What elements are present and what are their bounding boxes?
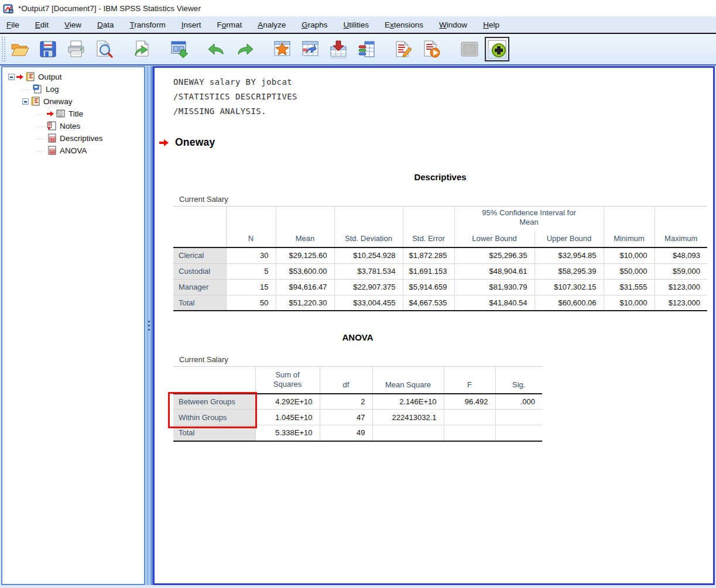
- table-cell: 222413032.1: [372, 410, 444, 425]
- redo-icon[interactable]: [232, 36, 258, 62]
- table-cell: $123,000: [655, 295, 707, 311]
- table-cell: 5.338E+10: [255, 425, 320, 441]
- current-item-arrow-icon: [16, 74, 23, 80]
- syntax-log: ONEWAY salary BY jobcat /STATISTICS DESC…: [173, 75, 713, 119]
- table-cell: $10,254.928: [334, 247, 403, 263]
- menu-transform[interactable]: Transform: [130, 18, 166, 32]
- table-cell: 96.492: [444, 394, 495, 410]
- table-cell: $29,125.60: [276, 247, 334, 263]
- col-header: Sum ofSquares: [255, 367, 320, 394]
- col-header: N: [226, 231, 276, 247]
- toolbar-grip[interactable]: [1, 36, 6, 62]
- col-header: Maximum: [655, 231, 707, 247]
- activate-last-output-icon[interactable]: [485, 37, 509, 61]
- sidebar-item-label: ANOVA: [60, 146, 87, 155]
- notes-icon: [47, 121, 57, 131]
- menu-help[interactable]: Help: [483, 18, 499, 32]
- menu-graphs[interactable]: Graphs: [302, 18, 327, 32]
- goto-case-icon[interactable]: [297, 36, 323, 62]
- menu-format[interactable]: Format: [217, 18, 242, 32]
- goto-variable-icon[interactable]: [326, 36, 351, 62]
- variables-icon[interactable]: [354, 36, 379, 62]
- sidebar-item-notes[interactable]: ····Notes: [6, 120, 144, 132]
- sidebar-item-output[interactable]: Output: [6, 71, 144, 83]
- descriptives-table-title: Descriptives: [173, 172, 707, 182]
- col-header: Std. Deviation: [334, 231, 403, 247]
- menu-file[interactable]: File: [6, 18, 19, 32]
- menu-extensions[interactable]: Extensions: [385, 18, 423, 32]
- table-cell: .000: [495, 394, 542, 410]
- svg-text:ss: ss: [9, 10, 12, 13]
- menu-data[interactable]: Data: [97, 18, 114, 32]
- sidebar-item-label: Title: [68, 109, 83, 118]
- table-cell: $5,914.659: [403, 279, 454, 295]
- save-icon[interactable]: [35, 36, 61, 62]
- col-header: Sig.: [495, 367, 542, 394]
- undo-icon[interactable]: [204, 36, 229, 62]
- table-cell: [444, 425, 495, 441]
- tree-connector: ····: [36, 111, 46, 117]
- sidebar-item-label: Descriptives: [60, 134, 103, 143]
- tree-expander-icon[interactable]: [22, 98, 29, 105]
- print-icon[interactable]: [63, 36, 89, 62]
- export-output-icon[interactable]: [166, 36, 192, 62]
- sidebar-item-title[interactable]: ····Title: [6, 108, 144, 120]
- open-folder-icon[interactable]: [7, 36, 33, 62]
- table-cell: $22,907.375: [334, 279, 403, 295]
- run-script-icon[interactable]: [419, 36, 445, 62]
- row-label: Total: [173, 425, 255, 441]
- anova-caption: Current Salary: [179, 355, 713, 364]
- app-icon: ss: [3, 3, 14, 14]
- table-row: Total50$51,220.30$33,004.455$4,667.535$4…: [173, 295, 707, 311]
- descriptives-output[interactable]: Descriptives Current Salary 95% Confiden…: [173, 172, 713, 311]
- output-pane[interactable]: ONEWAY salary BY jobcat /STATISTICS DESC…: [153, 66, 715, 585]
- edit-output-icon[interactable]: [391, 36, 417, 62]
- tree-connector: ····: [22, 87, 32, 92]
- pane-splitter[interactable]: [145, 66, 153, 585]
- table-cell: $32,954.85: [535, 247, 604, 263]
- syntax-line: ONEWAY salary BY jobcat: [173, 75, 713, 90]
- print-preview-icon[interactable]: [91, 36, 117, 62]
- table-cell: $48,093: [655, 247, 707, 263]
- table-cell: 15: [226, 279, 276, 295]
- table-cell: $50,000: [604, 263, 655, 279]
- sidebar-item-log[interactable]: ····Log: [6, 83, 144, 95]
- descriptives-table: 95% Confidence Interval forMean N Mean S…: [173, 206, 707, 311]
- goto-data-icon[interactable]: [269, 36, 295, 62]
- sidebar-item-label: Log: [46, 85, 59, 94]
- table-cell: [444, 410, 495, 425]
- title-icon: [56, 109, 66, 119]
- table-cell: $53,600.00: [276, 263, 334, 279]
- menu-view[interactable]: View: [64, 18, 81, 32]
- anova-output[interactable]: ANOVA Current Salary Sum ofSquares: [173, 332, 713, 442]
- row-label: Between Groups: [173, 394, 255, 410]
- table-cell: $33,004.455: [334, 295, 403, 311]
- sidebar-item-oneway[interactable]: Oneway: [6, 95, 144, 108]
- table-cell: $107,302.15: [535, 279, 604, 295]
- sidebar-item-label: Oneway: [43, 97, 73, 106]
- outline-pane: Output····LogOneway····Title····Notes···…: [1, 66, 145, 585]
- toolbar: [0, 34, 716, 66]
- tree-connector: ····: [36, 136, 46, 142]
- main-area: Output····LogOneway····Title····Notes···…: [0, 66, 716, 588]
- oneway-heading: Oneway: [159, 136, 713, 149]
- col-header: F: [444, 367, 495, 394]
- recall-dialogs-icon[interactable]: [129, 36, 155, 62]
- table-cell: $10,000: [604, 295, 655, 311]
- table-row: Total5.338E+1049: [173, 425, 542, 441]
- menu-utilities[interactable]: Utilities: [344, 18, 369, 32]
- log-icon: [33, 84, 43, 94]
- window-title: *Output7 [Document7] - IBM SPSS Statisti…: [18, 4, 201, 13]
- col-header: Mean Square: [372, 367, 444, 394]
- table-cell: $25,296.35: [454, 247, 535, 263]
- menu-window[interactable]: Window: [439, 18, 467, 32]
- table-icon: [47, 146, 57, 156]
- table-cell: [372, 425, 444, 441]
- table-cell: $94,616.47: [276, 279, 334, 295]
- sidebar-item-descriptives[interactable]: ····Descriptives: [6, 132, 144, 145]
- menu-edit[interactable]: Edit: [35, 18, 49, 32]
- menu-insert[interactable]: Insert: [181, 18, 201, 32]
- menu-analyze[interactable]: Analyze: [258, 18, 286, 32]
- sidebar-item-anova[interactable]: ····ANOVA: [6, 145, 144, 157]
- tree-expander-icon[interactable]: [8, 74, 15, 80]
